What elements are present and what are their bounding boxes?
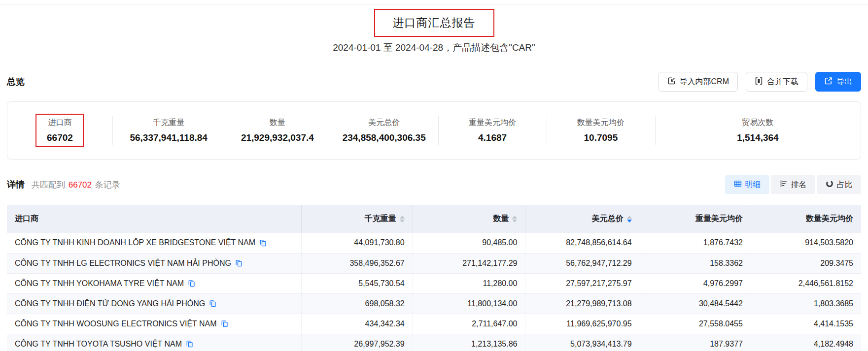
- importer-name: CÔNG TY TNHH KINH DOANH LỐP XE BRIDGESTO…: [15, 238, 255, 247]
- cell-usd-per-qty: 209.3475: [751, 253, 861, 273]
- cell-usd-per-qty: 4,414.1535: [751, 314, 861, 334]
- match-summary: 共匹配到 66702 条记录: [32, 179, 120, 191]
- view-tabs: 明细 排名 占比: [725, 175, 861, 194]
- stat-value: 21,929,932,037.4: [241, 132, 314, 143]
- table-header-row: 进口商 千克重量 数量 美元总价 重量美元均价 数量美元均价: [7, 205, 861, 233]
- stat-label: 重量美元均价: [469, 118, 516, 128]
- cell-kg-weight: 358,496,352.67: [302, 253, 413, 273]
- cell-usd-total: 27,597,217,275.97: [525, 273, 640, 293]
- export-label: 导出: [836, 77, 852, 87]
- donut-icon: [826, 180, 833, 190]
- detail-heading: 详情 共匹配到 66702 条记录: [7, 179, 120, 191]
- header-kg-weight[interactable]: 千克重量: [302, 205, 413, 233]
- import-crm-button[interactable]: 导入内部CRM: [659, 72, 738, 92]
- merge-download-button[interactable]: 合并下载: [746, 72, 807, 92]
- tab-ranking[interactable]: 排名: [771, 175, 815, 194]
- overview-title: 总览: [7, 76, 25, 88]
- stat-usd-total: 美元总价 234,858,400,306.35: [330, 102, 438, 159]
- tab-detail[interactable]: 明细: [725, 175, 769, 194]
- tab-label: 占比: [837, 180, 853, 190]
- header-label: 美元总价: [592, 214, 624, 223]
- sort-icon[interactable]: [512, 216, 517, 223]
- header-quantity[interactable]: 数量: [413, 205, 525, 233]
- stat-label: 贸易次数: [742, 118, 773, 128]
- copy-icon[interactable]: [209, 300, 216, 307]
- tab-proportion[interactable]: 占比: [817, 175, 861, 194]
- detail-title: 详情: [7, 179, 25, 191]
- importer-name: CÔNG TY TNHH YOKOHAMA TYRE VIỆT NAM: [15, 279, 184, 288]
- cell-quantity: 90,485.00: [413, 233, 525, 253]
- merge-download-label: 合并下载: [767, 77, 799, 87]
- header-usd-per-qty: 数量美元均价: [751, 205, 861, 233]
- copy-icon[interactable]: [186, 340, 193, 348]
- cell-usd-per-kg: 27,558.0455: [640, 314, 751, 334]
- table-row[interactable]: CÔNG TY TNHH YOKOHAMA TYRE VIỆT NAM 5,54…: [7, 273, 861, 293]
- header-usd-total[interactable]: 美元总价: [525, 205, 640, 233]
- header-importer: 进口商: [7, 205, 302, 233]
- importer-table: 进口商 千克重量 数量 美元总价 重量美元均价 数量美元均价 CÔNG TY T…: [7, 205, 861, 351]
- cell-kg-weight: 26,997,952.39: [302, 334, 413, 351]
- tab-label: 明细: [745, 180, 761, 190]
- stat-value: 1,514,364: [737, 132, 779, 143]
- importer-name: CÔNG TY TNHH WOOSUNG ELECTRONICS VIỆT NA…: [15, 319, 217, 328]
- stat-value: 66702: [47, 132, 73, 143]
- stat-label: 千克重量: [153, 118, 184, 128]
- stat-label: 数量美元均价: [577, 118, 625, 128]
- title-annotation-box: 进口商汇总报告: [374, 9, 494, 37]
- overview-stats-card: 进口商 66702 千克重量 56,337,941,118.84 数量 21,9…: [7, 101, 861, 160]
- table-row[interactable]: CÔNG TY TNHH WOOSUNG ELECTRONICS VIỆT NA…: [7, 314, 861, 334]
- cell-usd-total: 11,969,625,970.95: [525, 314, 640, 334]
- report-subtitle: 2024-01-01 至 2024-04-28，产品描述包含"CAR": [0, 41, 868, 54]
- table-row[interactable]: CÔNG TY TNHH ĐIỆN TỬ DONG YANG HẢI PHÒNG…: [7, 293, 861, 314]
- stat-quantity: 数量 21,929,932,037.4: [225, 102, 330, 159]
- sort-icon-active-desc[interactable]: [627, 216, 632, 223]
- table-row[interactable]: CÔNG TY TNHH TOYOTA TSUSHO VIỆT NAM 26,9…: [7, 334, 861, 351]
- cell-usd-per-kg: 187.9377: [640, 334, 751, 351]
- cell-quantity: 271,142,177.29: [413, 253, 525, 273]
- cell-usd-total: 5,073,934,413.79: [525, 334, 640, 351]
- report-header: 进口商汇总报告 2024-01-01 至 2024-04-28，产品描述包含"C…: [0, 9, 868, 54]
- cell-quantity: 11,800,134.00: [413, 293, 525, 314]
- stat-label: 进口商: [48, 118, 71, 128]
- tab-label: 排名: [791, 180, 807, 190]
- match-suffix: 条记录: [95, 180, 120, 190]
- cell-usd-total: 21,279,989,713.08: [525, 293, 640, 314]
- match-count: 66702: [69, 180, 92, 190]
- match-prefix: 共匹配到: [32, 180, 65, 190]
- stat-usd-per-qty: 数量美元均价 10.7095: [547, 102, 655, 159]
- overview-section-row: 总览 导入内部CRM 合并下载: [7, 72, 861, 92]
- header-usd-per-kg: 重量美元均价: [640, 205, 751, 233]
- copy-icon[interactable]: [259, 239, 267, 247]
- cell-quantity: 2,711,647.00: [413, 314, 525, 334]
- table-row[interactable]: CÔNG TY TNHH LG ELECTRONICS VIỆT NAM HẢI…: [7, 253, 861, 273]
- detail-section-row: 详情 共匹配到 66702 条记录 明细: [7, 175, 861, 194]
- copy-icon[interactable]: [235, 259, 243, 267]
- cell-usd-per-kg: 4,976.2997: [640, 273, 751, 293]
- cell-quantity: 11,280.00: [413, 273, 525, 293]
- export-button[interactable]: 导出: [815, 72, 861, 92]
- import-icon: [667, 77, 676, 87]
- importer-name: CÔNG TY TNHH LG ELECTRONICS VIỆT NAM HẢI…: [15, 259, 231, 268]
- merge-icon: [755, 77, 763, 87]
- cell-kg-weight: 44,091,730.80: [302, 233, 413, 253]
- table-row[interactable]: CÔNG TY TNHH KINH DOANH LỐP XE BRIDGESTO…: [7, 233, 861, 253]
- overview-actions: 导入内部CRM 合并下载 导出: [659, 72, 861, 92]
- cell-quantity: 1,213,135.86: [413, 334, 525, 351]
- cell-usd-per-kg: 158.3362: [640, 253, 751, 273]
- stat-trade-count: 贸易次数 1,514,364: [655, 102, 861, 159]
- table-icon: [734, 180, 742, 190]
- header-label: 千克重量: [365, 214, 396, 223]
- importer-name: CÔNG TY TNHH TOYOTA TSUSHO VIỆT NAM: [15, 340, 182, 349]
- stat-value: 10.7095: [584, 132, 618, 143]
- stat-value: 234,858,400,306.35: [343, 132, 426, 143]
- cell-usd-total: 82,748,856,614.64: [525, 233, 640, 253]
- cell-usd-per-qty: 2,446,561.8152: [751, 273, 861, 293]
- copy-icon[interactable]: [221, 320, 228, 327]
- stat-label: 美元总价: [368, 118, 400, 128]
- importer-name: CÔNG TY TNHH ĐIỆN TỬ DONG YANG HẢI PHÒNG: [15, 299, 205, 308]
- sort-icon[interactable]: [400, 216, 405, 223]
- export-icon: [824, 77, 833, 87]
- copy-icon[interactable]: [188, 280, 195, 287]
- cell-kg-weight: 5,545,730.54: [302, 273, 413, 293]
- cell-kg-weight: 698,058.32: [302, 293, 413, 314]
